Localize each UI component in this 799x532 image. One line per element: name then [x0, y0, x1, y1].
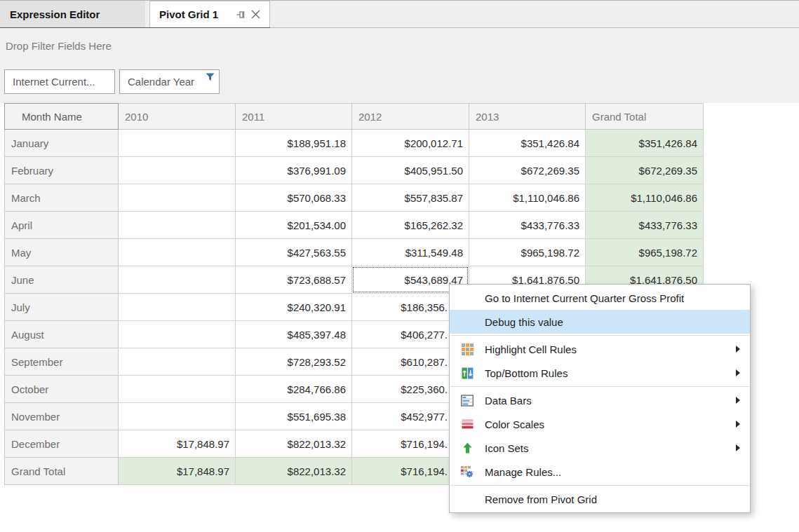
menu-item-debug-this-value[interactable]: Debug this value [450, 310, 750, 334]
pivot-row-label: November [4, 403, 119, 430]
pivot-column-header-2011[interactable]: 2011 [236, 103, 352, 130]
pivot-cell[interactable] [119, 157, 236, 184]
pivot-cell[interactable]: $201,534.00 [236, 212, 352, 239]
menu-item-data-bars[interactable]: Data Bars [450, 388, 750, 412]
pivot-cell[interactable]: $17,848.97 [119, 458, 236, 485]
pivot-column-header-2012[interactable]: 2012 [352, 103, 469, 130]
pivot-cell[interactable] [119, 266, 236, 294]
pivot-cell[interactable]: $485,397.48 [236, 321, 352, 348]
pivot-column-header-2010[interactable]: 2010 [119, 103, 236, 130]
pivot-cell[interactable]: $165,262.32 [352, 212, 469, 239]
field-button-calendar-year[interactable]: Calendar Year [119, 69, 220, 94]
pivot-cell[interactable]: $376,991.09 [236, 157, 352, 184]
field-button-calendar-year-label: Calendar Year [128, 76, 194, 88]
pivot-row-label: May [4, 239, 119, 266]
pivot-cell[interactable]: $570,068.33 [236, 184, 352, 212]
pivot-row-label: Grand Total [4, 458, 119, 485]
color-scales-icon [450, 418, 485, 430]
pivot-row-label: January [4, 130, 119, 157]
pivot-cell[interactable]: $311,549.48 [352, 239, 469, 266]
pivot-cell[interactable]: $240,320.91 [236, 294, 352, 321]
field-button-month-name[interactable]: Month Name [4, 103, 119, 130]
pivot-cell[interactable] [119, 294, 236, 321]
menu-item-label: Go to Internet Current Quarter Gross Pro… [485, 292, 740, 304]
pivot-cell[interactable]: $557,835.87 [352, 184, 469, 212]
menu-item-top-bottom-rules[interactable]: Top/Bottom Rules [450, 361, 750, 385]
menu-item-label: Highlight Cell Rules [485, 343, 736, 355]
tab-pivot-grid[interactable]: Pivot Grid 1 [149, 1, 270, 27]
pivot-cell[interactable]: $723,688.57 [236, 266, 352, 294]
pivot-cell[interactable]: $672,269.35 [586, 157, 704, 184]
pivot-cell[interactable] [119, 403, 236, 430]
highlight-cell-rules-icon [450, 343, 485, 355]
pivot-cell[interactable]: $728,293.52 [236, 348, 352, 376]
tab-strip: Expression Editor Pivot Grid 1 [0, 0, 799, 28]
pivot-cell[interactable] [119, 321, 236, 348]
menu-item-label: Data Bars [485, 395, 736, 407]
submenu-arrow-icon [736, 444, 740, 451]
drop-filter-fields-hint: Drop Filter Fields Here [6, 40, 112, 52]
menu-separator [450, 335, 749, 336]
pivot-cell[interactable]: $433,776.33 [586, 212, 704, 239]
pivot-cell[interactable]: $551,695.38 [236, 403, 352, 430]
pivot-column-header-2013[interactable]: 2013 [469, 103, 586, 130]
filter-funnel-icon[interactable] [206, 73, 215, 85]
pivot-row-april: April$201,534.00$165,262.32$433,776.33$4… [4, 212, 704, 239]
tab-pivot-grid-label: Pivot Grid 1 [159, 8, 234, 20]
pivot-cell[interactable]: $965,198.72 [586, 239, 704, 266]
pivot-column-header-grand-total[interactable]: Grand Total [586, 103, 704, 130]
pivot-cell[interactable]: $822,013.32 [236, 430, 352, 458]
pivot-row-january: January$188,951.18$200,012.71$351,426.84… [4, 130, 704, 157]
pivot-cell[interactable]: $822,013.32 [236, 458, 352, 485]
pin-icon[interactable] [234, 7, 248, 22]
pivot-cell[interactable]: $405,951.50 [352, 157, 469, 184]
tab-expression-editor[interactable]: Expression Editor [0, 1, 145, 27]
submenu-arrow-icon [736, 421, 740, 428]
filter-header-area: Drop Filter Fields Here Internet Current… [0, 28, 799, 103]
pivot-cell[interactable]: $200,012.71 [352, 130, 469, 157]
pivot-row-label: February [4, 157, 119, 184]
close-icon[interactable] [248, 7, 262, 22]
pivot-cell[interactable]: $433,776.33 [469, 212, 586, 239]
pivot-row-label: September [4, 348, 119, 376]
pivot-row-label: December [4, 430, 119, 458]
pivot-row-february: February$376,991.09$405,951.50$672,269.3… [4, 157, 704, 184]
pivot-cell[interactable]: $351,426.84 [469, 130, 586, 157]
field-button-internet-current[interactable]: Internet Current... [4, 69, 115, 94]
pivot-row-may: May$427,563.55$311,549.48$965,198.72$965… [4, 239, 704, 266]
menu-item-remove-from-pivot-grid[interactable]: Remove from Pivot Grid [450, 487, 750, 511]
menu-item-icon-sets[interactable]: Icon Sets [450, 436, 750, 460]
tab-expression-editor-label: Expression Editor [10, 8, 100, 20]
pivot-cell[interactable] [119, 348, 236, 376]
pivot-cell[interactable]: $351,426.84 [586, 130, 704, 157]
pivot-cell[interactable]: $1,110,046.86 [586, 184, 704, 212]
pivot-row-label: August [4, 321, 119, 348]
menu-item-label: Debug this value [485, 316, 740, 328]
tabs: Expression Editor Pivot Grid 1 [0, 1, 270, 29]
pivot-row-label: March [4, 184, 119, 212]
menu-item-label: Icon Sets [485, 442, 736, 454]
pivot-cell[interactable]: $1,110,046.86 [469, 184, 586, 212]
menu-item-manage-rules[interactable]: Manage Rules... [450, 460, 750, 484]
pivot-cell[interactable]: $427,563.55 [236, 239, 352, 266]
menu-item-go-to-internet-current-quarter-gross-profit[interactable]: Go to Internet Current Quarter Gross Pro… [450, 286, 750, 310]
pivot-cell[interactable] [119, 376, 236, 403]
pivot-cell[interactable]: $672,269.35 [469, 157, 586, 184]
field-button-internet-current-label: Internet Current... [13, 76, 95, 88]
menu-item-color-scales[interactable]: Color Scales [450, 412, 750, 436]
pivot-cell[interactable] [119, 212, 236, 239]
pivot-cell[interactable]: $284,766.86 [236, 376, 352, 403]
submenu-arrow-icon [736, 346, 740, 353]
pivot-cell[interactable]: $17,848.97 [119, 430, 236, 458]
pivot-cell[interactable]: $965,198.72 [469, 239, 586, 266]
pivot-row-march: March$570,068.33$557,835.87$1,110,046.86… [4, 184, 704, 212]
submenu-arrow-icon [736, 369, 740, 376]
data-bars-icon [450, 395, 485, 407]
pivot-row-label: October [4, 376, 119, 403]
pivot-cell[interactable]: $188,951.18 [236, 130, 352, 157]
pivot-cell[interactable] [119, 239, 236, 266]
pivot-cell[interactable] [119, 184, 236, 212]
menu-item-label: Remove from Pivot Grid [485, 493, 740, 505]
menu-item-highlight-cell-rules[interactable]: Highlight Cell Rules [450, 337, 750, 361]
pivot-cell[interactable] [119, 130, 236, 157]
